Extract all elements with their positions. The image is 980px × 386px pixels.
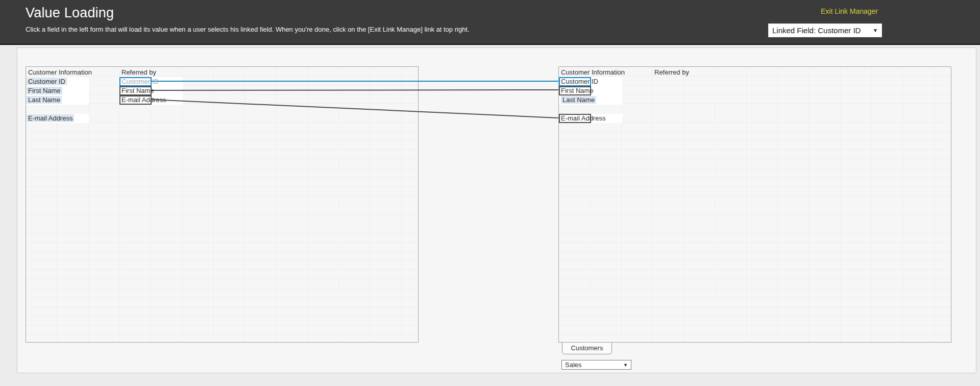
field-customer-id[interactable]: Customer ID (27, 77, 89, 86)
chevron-down-icon: ▼ (623, 363, 628, 368)
field-label: E-mail Address (27, 114, 74, 122)
right-form-panel: Customer Information Referred by Custome… (558, 66, 951, 343)
target-field-customer-id-selected[interactable]: Customer ID (559, 77, 591, 86)
link-manager-canvas: Customer Information Referred by Custome… (17, 47, 976, 373)
linked-field-select[interactable]: Linked Field: Customer ID ▼ (768, 23, 882, 37)
field-label: Last Name (561, 96, 596, 104)
page-title: Value Loading (26, 5, 114, 21)
field-label: Customer ID (27, 78, 67, 85)
linked-field-customer-id-selected[interactable]: Customer ID (119, 77, 152, 86)
right-col2-title: Referred by (654, 68, 689, 77)
field-email-address[interactable]: E-mail Address (27, 114, 89, 123)
chevron-down-icon: ▼ (873, 28, 878, 33)
page-subtitle: Click a field in the left form that will… (26, 26, 470, 33)
field-label: Last Name (27, 96, 62, 104)
target-field-first-name[interactable]: First Name (559, 86, 591, 95)
field-last-name[interactable]: Last Name (27, 95, 89, 105)
right-col1-title: Customer Information (561, 68, 625, 77)
left-col2-title: Referred by (121, 68, 156, 77)
field-label: First Name (27, 87, 62, 94)
target-field-last-name[interactable]: Last Name (559, 95, 622, 105)
linked-field-select-value: Linked Field: Customer ID (772, 26, 871, 35)
exit-link-manager-link[interactable]: Exit Link Manager (821, 7, 878, 15)
left-col1-title: Customer Information (28, 68, 92, 77)
linked-field-first-name[interactable]: First Name (119, 86, 152, 95)
form-select[interactable]: Sales ▼ (561, 360, 631, 370)
linked-field-email-address[interactable]: E-mail Address (119, 95, 152, 105)
left-form-panel: Customer Information Referred by Custome… (26, 66, 419, 343)
form-select-value: Sales (565, 361, 623, 369)
field-first-name[interactable]: First Name (27, 86, 89, 95)
header-bar: Value Loading Click a field in the left … (0, 0, 980, 45)
target-field-email-address[interactable]: E-mail Address (559, 114, 591, 123)
tab-customers[interactable]: Customers (562, 343, 612, 354)
